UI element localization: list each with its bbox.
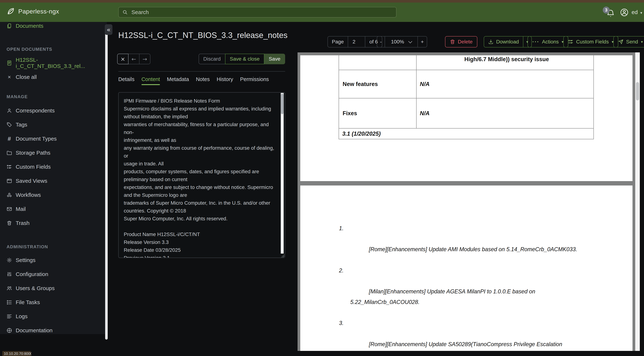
release-note-line: 2. [Milan][Enhancements] Update AGESA Mi… <box>339 265 593 318</box>
tab[interactable]: Content <box>142 76 160 83</box>
caret-down-icon: ▾ <box>641 40 643 44</box>
user-menu-caret-icon[interactable]: ▾ <box>640 10 642 15</box>
collapse-sidebar-button[interactable]: « <box>105 24 112 35</box>
zoom-out-button[interactable]: - <box>377 36 385 48</box>
sidebar-item[interactable]: File Tasks <box>0 295 107 309</box>
tab[interactable]: Metadata <box>167 76 189 83</box>
document-content-textarea[interactable]: IPMI Firmware / BIOS Release Notes Form … <box>118 92 285 258</box>
sidebar-item[interactable]: Custom Fields <box>0 160 107 174</box>
table-row: Fixes N/A <box>339 98 594 128</box>
table-cell: High/6.7 Middle)) security issue <box>416 55 594 70</box>
manage-section-label: MANAGE <box>0 94 107 100</box>
sidebar-item[interactable]: Settings <box>0 253 107 267</box>
tab[interactable]: Details <box>118 76 134 83</box>
editor-divider <box>118 71 285 72</box>
search-icon <box>122 10 128 15</box>
sidebar-item[interactable]: Workflows <box>0 188 107 202</box>
sidebar-item[interactable]: Saved Views <box>0 174 107 188</box>
discard-button[interactable]: Discard <box>198 54 226 64</box>
release-notes-list: 1. [Rome][Enhancements] Update AMI Modul… <box>339 223 593 351</box>
documents-icon <box>6 23 12 29</box>
sidebar-item[interactable]: # Document Types <box>0 132 107 146</box>
list-task-icon <box>6 300 12 305</box>
sidebar-admin-nav: Settings Configuration Users & Groups Fi… <box>0 253 107 323</box>
top-accent-strip <box>0 0 644 2</box>
app-brand[interactable]: Paperless-ngx <box>6 7 59 15</box>
custom-fields-button[interactable]: Custom Fields ▾ <box>563 36 618 48</box>
close-icon: × <box>6 74 12 80</box>
table-cell-label: New features <box>339 70 416 98</box>
username[interactable]: ed <box>632 9 638 15</box>
global-search[interactable] <box>118 7 396 18</box>
sidebar-item[interactable]: Tags <box>0 118 107 132</box>
sidebar: Dashboard Documents OPEN DOCUMENTS H12SS… <box>0 0 107 334</box>
window-icon <box>6 178 12 184</box>
tab[interactable]: Notes <box>196 76 210 83</box>
table-row: New features N/A <box>339 70 594 98</box>
download-button[interactable]: Download <box>484 36 523 48</box>
leaf-logo-icon <box>6 7 14 15</box>
save-and-close-button[interactable]: Save & close <box>225 54 264 64</box>
editor-tabs: Details Content Metadata Notes History P… <box>118 76 269 83</box>
pdf-scrollbar-thumb[interactable] <box>636 82 639 100</box>
textarea-resize-handle[interactable] <box>281 254 284 258</box>
table-version-row: 3.1 (1/20/2025) <box>339 128 594 139</box>
app-screen: Paperless-ngx 3 ed ▾ Dashboard Documents… <box>0 0 644 356</box>
download-icon <box>488 39 494 44</box>
sidebar-item-close-all[interactable]: × Close all <box>0 70 107 84</box>
sidebar-item[interactable]: Users & Groups <box>0 281 107 295</box>
sidebar-item[interactable]: Correspondents <box>0 104 107 118</box>
status-url-tooltip: 10.10.20.70:8000 <box>2 351 31 356</box>
next-document-button[interactable]: → <box>139 54 150 64</box>
sidebar-item-documentation[interactable]: Documentation <box>0 323 107 334</box>
topbar: Paperless-ngx 3 ed ▾ <box>0 2 644 22</box>
zoom-controls: - 100% + <box>377 36 427 48</box>
textarea-scrollbar[interactable] <box>281 93 284 254</box>
tab[interactable]: Permissions <box>240 76 269 83</box>
textarea-scrollbar-thumb[interactable] <box>281 94 284 114</box>
close-document-button[interactable]: × <box>117 54 128 64</box>
table-row: High/6.7 Middle)) security issue <box>339 55 594 70</box>
save-button-group: Discard Save & close Save <box>198 54 285 64</box>
file-text-icon <box>6 60 12 66</box>
release-notes-table: High/6.7 Middle)) security issue New fea… <box>338 55 594 139</box>
pdf-preview-pane: High/6.7 Middle)) security issue New fea… <box>298 52 640 351</box>
pdf-page-1: High/6.7 Middle)) security issue New fea… <box>300 55 632 181</box>
zoom-level-dropdown[interactable]: 100% <box>384 36 418 48</box>
previous-document-button[interactable]: ← <box>128 54 140 64</box>
person-icon <box>6 108 12 113</box>
tab[interactable]: History <box>217 76 233 83</box>
actions-button[interactable]: ··· Actions ▾ <box>528 36 568 48</box>
sidebar-item[interactable]: Trash <box>0 216 107 230</box>
search-input[interactable] <box>131 9 392 16</box>
notification-badge: 3 <box>603 6 610 14</box>
user-avatar-icon[interactable] <box>620 8 629 17</box>
send-button[interactable]: Send ▾ <box>613 36 644 48</box>
delete-button[interactable]: Delete <box>445 36 477 48</box>
hash-icon: # <box>6 136 12 142</box>
download-split-button: Download ▾ <box>484 36 532 48</box>
pdf-scrollbar[interactable] <box>635 52 640 351</box>
table-cell-value: N/A <box>416 70 594 98</box>
sidebar-item[interactable]: Logs <box>0 309 107 323</box>
sidebar-item-open-document[interactable]: H12SSL-i_C_CT_NT_BIOS_3.3_rel... <box>0 56 107 70</box>
table-cell-label: Fixes <box>339 98 416 128</box>
sidebar-item[interactable]: Storage Paths <box>0 146 107 160</box>
sidebar-item[interactable]: Mail <box>0 202 107 216</box>
page-label: Page <box>328 36 348 48</box>
trash-icon <box>450 39 455 44</box>
notifications-button[interactable]: 3 <box>606 9 615 18</box>
page-input-cell <box>348 36 365 48</box>
sidebar-manage-nav: Correspondents Tags # Document Types Sto… <box>0 104 107 230</box>
globe-icon <box>6 328 12 333</box>
tags-icon <box>6 122 12 128</box>
sidebar-scrollbar[interactable] <box>105 26 108 340</box>
sidebar-item[interactable]: Configuration <box>0 267 107 281</box>
save-button[interactable]: Save <box>264 54 285 64</box>
boxes-icon <box>6 192 12 198</box>
pdf-page-2: 1. [Rome][Enhancements] Update AMI Modul… <box>300 186 632 351</box>
zoom-in-button[interactable]: + <box>418 36 427 48</box>
send-icon <box>618 39 624 44</box>
table-cell-value: N/A <box>416 98 594 128</box>
page-input[interactable] <box>352 39 361 45</box>
